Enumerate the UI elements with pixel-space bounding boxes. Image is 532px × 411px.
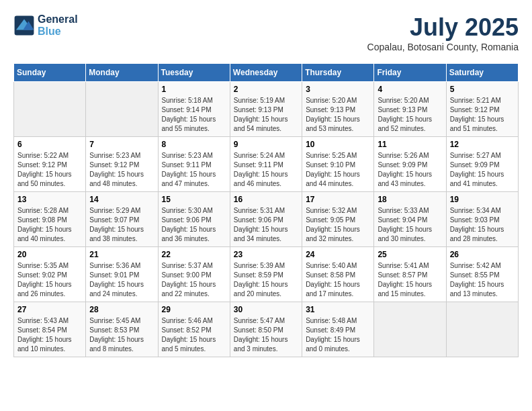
day-number: 2: [234, 85, 298, 94]
calendar-cell: 9Sunrise: 5:24 AM Sunset: 9:11 PM Daylig…: [230, 137, 302, 192]
logo-icon: [13, 15, 35, 36]
location-subtitle: Copalau, Botosani County, Romania: [367, 42, 519, 52]
weekday-header: Monday: [86, 64, 158, 82]
title-area: July 2025 Copalau, Botosani County, Roma…: [367, 13, 519, 52]
day-info: Sunrise: 5:45 AM Sunset: 8:53 PM Dayligh…: [89, 316, 154, 354]
day-info: Sunrise: 5:26 AM Sunset: 9:09 PM Dayligh…: [378, 151, 442, 189]
weekday-header: Saturday: [446, 64, 518, 82]
day-number: 30: [234, 305, 298, 314]
day-info: Sunrise: 5:23 AM Sunset: 9:11 PM Dayligh…: [162, 151, 226, 189]
calendar-cell: [446, 302, 518, 357]
calendar-cell: 21Sunrise: 5:36 AM Sunset: 9:01 PM Dayli…: [86, 247, 158, 302]
calendar-week-row: 20Sunrise: 5:35 AM Sunset: 9:02 PM Dayli…: [14, 247, 519, 302]
calendar-week-row: 1Sunrise: 5:18 AM Sunset: 9:14 PM Daylig…: [14, 82, 519, 137]
day-number: 29: [162, 305, 226, 314]
weekday-header: Friday: [374, 64, 446, 82]
day-number: 26: [450, 250, 515, 259]
calendar-cell: 13Sunrise: 5:28 AM Sunset: 9:08 PM Dayli…: [14, 192, 86, 247]
calendar-cell: 7Sunrise: 5:23 AM Sunset: 9:12 PM Daylig…: [86, 137, 158, 192]
calendar-cell: 29Sunrise: 5:46 AM Sunset: 8:52 PM Dayli…: [158, 302, 230, 357]
calendar-cell: 27Sunrise: 5:43 AM Sunset: 8:54 PM Dayli…: [14, 302, 86, 357]
weekday-header: Thursday: [302, 64, 374, 82]
logo-text: General Blue: [38, 13, 78, 37]
day-number: 20: [17, 250, 82, 259]
calendar-cell: [374, 302, 446, 357]
calendar-cell: 26Sunrise: 5:42 AM Sunset: 8:55 PM Dayli…: [446, 247, 518, 302]
calendar-cell: 3Sunrise: 5:20 AM Sunset: 9:13 PM Daylig…: [302, 82, 374, 137]
month-title: July 2025: [367, 13, 519, 42]
calendar-cell: [14, 82, 86, 137]
day-number: 6: [17, 140, 82, 149]
calendar-cell: 23Sunrise: 5:39 AM Sunset: 8:59 PM Dayli…: [230, 247, 302, 302]
day-info: Sunrise: 5:46 AM Sunset: 8:52 PM Dayligh…: [162, 316, 226, 354]
day-number: 14: [89, 195, 154, 204]
day-info: Sunrise: 5:21 AM Sunset: 9:12 PM Dayligh…: [450, 96, 515, 134]
day-info: Sunrise: 5:20 AM Sunset: 9:13 PM Dayligh…: [306, 96, 370, 134]
day-info: Sunrise: 5:39 AM Sunset: 8:59 PM Dayligh…: [234, 261, 298, 299]
day-info: Sunrise: 5:20 AM Sunset: 9:13 PM Dayligh…: [378, 96, 442, 134]
day-info: Sunrise: 5:40 AM Sunset: 8:58 PM Dayligh…: [306, 261, 370, 299]
day-number: 10: [306, 140, 370, 149]
day-number: 18: [378, 195, 442, 204]
day-number: 19: [450, 195, 515, 204]
calendar-cell: 4Sunrise: 5:20 AM Sunset: 9:13 PM Daylig…: [374, 82, 446, 137]
calendar-cell: 5Sunrise: 5:21 AM Sunset: 9:12 PM Daylig…: [446, 82, 518, 137]
day-info: Sunrise: 5:23 AM Sunset: 9:12 PM Dayligh…: [89, 151, 154, 189]
day-info: Sunrise: 5:36 AM Sunset: 9:01 PM Dayligh…: [89, 261, 154, 299]
day-number: 24: [306, 250, 370, 259]
weekday-header: Tuesday: [158, 64, 230, 82]
calendar-cell: 19Sunrise: 5:34 AM Sunset: 9:03 PM Dayli…: [446, 192, 518, 247]
day-number: 23: [234, 250, 298, 259]
calendar-cell: 10Sunrise: 5:25 AM Sunset: 9:10 PM Dayli…: [302, 137, 374, 192]
calendar-week-row: 27Sunrise: 5:43 AM Sunset: 8:54 PM Dayli…: [14, 302, 519, 357]
calendar-cell: [86, 82, 158, 137]
calendar-cell: 18Sunrise: 5:33 AM Sunset: 9:04 PM Dayli…: [374, 192, 446, 247]
day-number: 27: [17, 305, 82, 314]
day-number: 16: [234, 195, 298, 204]
day-info: Sunrise: 5:24 AM Sunset: 9:11 PM Dayligh…: [234, 151, 298, 189]
page-header: General Blue July 2025 Copalau, Botosani…: [13, 13, 519, 52]
calendar-cell: 31Sunrise: 5:48 AM Sunset: 8:49 PM Dayli…: [302, 302, 374, 357]
day-info: Sunrise: 5:41 AM Sunset: 8:57 PM Dayligh…: [378, 261, 442, 299]
day-info: Sunrise: 5:32 AM Sunset: 9:05 PM Dayligh…: [306, 206, 370, 244]
day-info: Sunrise: 5:31 AM Sunset: 9:06 PM Dayligh…: [234, 206, 298, 244]
calendar-week-row: 13Sunrise: 5:28 AM Sunset: 9:08 PM Dayli…: [14, 192, 519, 247]
day-number: 3: [306, 85, 370, 94]
calendar-cell: 6Sunrise: 5:22 AM Sunset: 9:12 PM Daylig…: [14, 137, 86, 192]
day-info: Sunrise: 5:33 AM Sunset: 9:04 PM Dayligh…: [378, 206, 442, 244]
day-number: 17: [306, 195, 370, 204]
day-info: Sunrise: 5:43 AM Sunset: 8:54 PM Dayligh…: [17, 316, 82, 354]
calendar-cell: 11Sunrise: 5:26 AM Sunset: 9:09 PM Dayli…: [374, 137, 446, 192]
calendar-cell: 15Sunrise: 5:30 AM Sunset: 9:06 PM Dayli…: [158, 192, 230, 247]
day-number: 5: [450, 85, 515, 94]
day-number: 7: [89, 140, 154, 149]
day-number: 1: [162, 85, 226, 94]
calendar-cell: 20Sunrise: 5:35 AM Sunset: 9:02 PM Dayli…: [14, 247, 86, 302]
day-info: Sunrise: 5:35 AM Sunset: 9:02 PM Dayligh…: [17, 261, 82, 299]
day-info: Sunrise: 5:18 AM Sunset: 9:14 PM Dayligh…: [162, 96, 226, 134]
calendar-cell: 28Sunrise: 5:45 AM Sunset: 8:53 PM Dayli…: [86, 302, 158, 357]
day-number: 12: [450, 140, 515, 149]
day-info: Sunrise: 5:34 AM Sunset: 9:03 PM Dayligh…: [450, 206, 515, 244]
day-info: Sunrise: 5:47 AM Sunset: 8:50 PM Dayligh…: [234, 316, 298, 354]
calendar-cell: 17Sunrise: 5:32 AM Sunset: 9:05 PM Dayli…: [302, 192, 374, 247]
day-info: Sunrise: 5:27 AM Sunset: 9:09 PM Dayligh…: [450, 151, 515, 189]
calendar-cell: 24Sunrise: 5:40 AM Sunset: 8:58 PM Dayli…: [302, 247, 374, 302]
day-number: 13: [17, 195, 82, 204]
day-number: 25: [378, 250, 442, 259]
calendar-cell: 2Sunrise: 5:19 AM Sunset: 9:13 PM Daylig…: [230, 82, 302, 137]
day-number: 8: [162, 140, 226, 149]
weekday-header: Wednesday: [230, 64, 302, 82]
day-info: Sunrise: 5:22 AM Sunset: 9:12 PM Dayligh…: [17, 151, 82, 189]
calendar-table: SundayMondayTuesdayWednesdayThursdayFrid…: [13, 63, 519, 357]
day-number: 4: [378, 85, 442, 94]
calendar-cell: 8Sunrise: 5:23 AM Sunset: 9:11 PM Daylig…: [158, 137, 230, 192]
day-number: 21: [89, 250, 154, 259]
day-number: 31: [306, 305, 370, 314]
calendar-cell: 25Sunrise: 5:41 AM Sunset: 8:57 PM Dayli…: [374, 247, 446, 302]
logo: General Blue: [13, 13, 78, 37]
day-number: 22: [162, 250, 226, 259]
calendar-cell: 30Sunrise: 5:47 AM Sunset: 8:50 PM Dayli…: [230, 302, 302, 357]
calendar-cell: 12Sunrise: 5:27 AM Sunset: 9:09 PM Dayli…: [446, 137, 518, 192]
day-number: 15: [162, 195, 226, 204]
